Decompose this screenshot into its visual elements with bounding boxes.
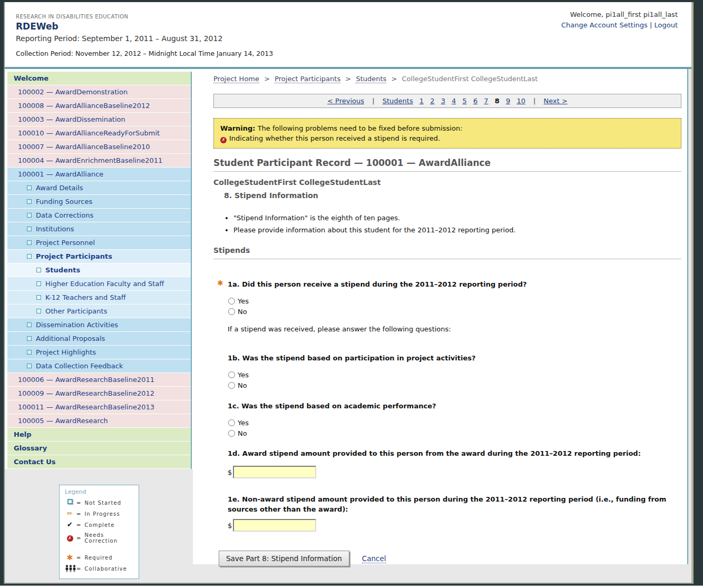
logout-link[interactable]: Logout xyxy=(654,21,678,29)
instructions-list: "Stipend Information" is the eighth of t… xyxy=(224,213,681,235)
sidebar-item-help[interactable]: Help xyxy=(7,428,191,442)
pagination-bar: < Previous | Students 1 2 3 4 5 6 7 8 9 … xyxy=(213,94,681,108)
legend-title: Legend xyxy=(65,488,136,495)
not-started-checkbox-icon xyxy=(27,185,32,190)
previous-page-link[interactable]: < Previous xyxy=(327,97,364,105)
students-pages-link[interactable]: Students xyxy=(383,97,413,105)
sidebar-item-project-personnel[interactable]: Project Personnel xyxy=(7,236,191,250)
question-1e: 1e. Non-award stipend amount provided to… xyxy=(228,494,681,514)
main-area: Project Home > Project Participants > St… xyxy=(193,69,691,584)
student-name: CollegeStudentFirst CollegeStudentLast xyxy=(213,178,681,187)
link-separator: | xyxy=(650,21,652,29)
sidebar-item-funding-sources[interactable]: Funding Sources xyxy=(7,195,191,209)
warning-item: Indicating whether this person received … xyxy=(229,134,440,142)
account-area: Welcome, pi1all_first pi1all_last Change… xyxy=(561,9,678,31)
not-started-checkbox-icon xyxy=(27,336,32,341)
sidebar-item-additional-proposals[interactable]: Additional Proposals xyxy=(7,332,191,346)
q1c-yes-radio[interactable] xyxy=(228,419,235,426)
cancel-link[interactable]: Cancel xyxy=(362,554,386,563)
sidebar-item-students[interactable]: Students xyxy=(7,263,191,277)
sidebar-item-project-participants[interactable]: Project Participants xyxy=(7,250,191,263)
sidebar-item-data-collection-feedback[interactable]: Data Collection Feedback xyxy=(7,359,191,373)
legend-item: = Collaborative xyxy=(65,565,136,572)
sidebar-item-100001[interactable]: 100001 — AwardAlliance xyxy=(7,168,191,181)
not-started-icon xyxy=(67,499,73,504)
page-link-9[interactable]: 9 xyxy=(506,97,510,105)
needs-correction-icon: ✗ xyxy=(67,535,73,542)
page-link-2[interactable]: 2 xyxy=(430,97,434,105)
main-panel: Project Home > Project Participants > St… xyxy=(193,69,688,564)
sidebar-item-100008[interactable]: 100008 — AwardAllianceBaseline2012 xyxy=(7,99,191,113)
page-link-4[interactable]: 4 xyxy=(452,97,456,105)
change-account-settings-link[interactable]: Change Account Settings xyxy=(561,21,648,29)
non-award-stipend-amount-field[interactable] xyxy=(233,519,316,532)
q1c-no-radio[interactable] xyxy=(228,430,235,437)
sidebar-item-project-highlights[interactable]: Project Highlights xyxy=(7,346,191,359)
page-header: RESEARCH IN DISABILITIES EDUCATION RDEWe… xyxy=(5,2,691,67)
sidebar-item-glossary[interactable]: Glossary xyxy=(7,442,191,455)
sidebar-item-contact-us[interactable]: Contact Us xyxy=(7,455,191,469)
warning-message: The following problems need to be fixed … xyxy=(256,124,463,132)
stipends-section-heading: Stipends xyxy=(213,246,681,259)
sidebar-item-100005[interactable]: 100005 — AwardResearch xyxy=(7,414,191,428)
question-1d-input-row: $ xyxy=(228,466,681,478)
not-started-checkbox-icon xyxy=(27,199,32,204)
sidebar-item-100006[interactable]: 100006 — AwardResearchBaseline2011 xyxy=(7,373,191,387)
sidebar-item-award-details[interactable]: Award Details xyxy=(7,181,191,195)
question-1d: 1d. Award stipend amount provided to thi… xyxy=(228,448,681,458)
not-started-checkbox-icon xyxy=(36,309,41,313)
page-link-1[interactable]: 1 xyxy=(419,97,424,105)
sidebar-item-dissemination-activities[interactable]: Dissemination Activities xyxy=(7,318,191,332)
instruction-item: Please provide information about this st… xyxy=(233,225,681,235)
page-link-10[interactable]: 10 xyxy=(516,97,525,105)
in-progress-icon: ✏ xyxy=(65,510,75,517)
q1b-no-radio[interactable] xyxy=(228,382,235,389)
sidebar-item-higher-ed-faculty-staff[interactable]: Higher Education Faculty and Staff xyxy=(7,277,191,291)
conditional-note: If a stipend was received, please answer… xyxy=(228,325,681,333)
sidebar-menu: Welcome 100002 — AwardDemonstration 1000… xyxy=(7,72,192,469)
question-1a-options: Yes No xyxy=(228,297,681,316)
warning-title: Warning: xyxy=(220,124,256,132)
page-link-7[interactable]: 7 xyxy=(484,97,488,105)
not-started-checkbox-icon xyxy=(27,227,32,231)
not-started-checkbox-icon xyxy=(36,281,41,286)
breadcrumb-current: CollegeStudentFirst CollegeStudentLast xyxy=(402,75,538,83)
form-actions: Save Part 8: Stipend Information Cancel xyxy=(219,551,681,566)
sidebar-item-100009[interactable]: 100009 — AwardResearchBaseline2012 xyxy=(7,387,191,400)
sidebar-item-100007[interactable]: 100007 — AwardAllianceBaseline2010 xyxy=(7,140,191,154)
breadcrumb-project-home[interactable]: Project Home xyxy=(213,75,259,83)
sidebar-item-100004[interactable]: 100004 — AwardEnrichmentBaseline2011 xyxy=(7,154,191,168)
warning-box: Warning: The following problems need to … xyxy=(213,118,681,149)
save-button[interactable]: Save Part 8: Stipend Information xyxy=(219,551,349,566)
legend-item: ✱ = Required xyxy=(65,554,136,561)
question-1b: 1b. Was the stipend based on participati… xyxy=(228,353,681,363)
required-icon: ✱ xyxy=(65,554,75,561)
sidebar-footer-area: Legend = Not Started ✏ = In Progress ✔ = xyxy=(5,469,193,584)
reporting-period: Reporting Period: September 1, 2011 – Au… xyxy=(16,34,691,43)
sidebar-item-welcome[interactable]: Welcome xyxy=(7,72,191,85)
sidebar-item-institutions[interactable]: Institutions xyxy=(7,222,191,236)
sidebar-item-100010[interactable]: 100010 — AwardAllianceReadyForSubmit xyxy=(7,126,191,140)
question-1c: 1c. Was the stipend based on academic pe… xyxy=(228,401,681,411)
award-stipend-amount-field[interactable] xyxy=(233,466,316,478)
sidebar-item-other-participants[interactable]: Other Participants xyxy=(7,305,191,318)
q1b-yes-radio[interactable] xyxy=(228,371,235,378)
sidebar-item-data-corrections[interactable]: Data Corrections xyxy=(7,209,191,222)
sidebar-item-100002[interactable]: 100002 — AwardDemonstration xyxy=(7,85,191,99)
page-link-5[interactable]: 5 xyxy=(463,97,467,105)
page-section-heading: 8. Stipend Information xyxy=(224,191,681,200)
next-page-link[interactable]: Next > xyxy=(544,97,568,105)
sidebar-item-100011[interactable]: 100011 — AwardResearchBaseline2013 xyxy=(7,400,191,414)
sidebar-item-100003[interactable]: 100003 — AwardDissemination xyxy=(7,113,191,126)
breadcrumb-students[interactable]: Students xyxy=(356,75,386,83)
window-bottom-edge xyxy=(0,585,703,588)
q1a-no-radio[interactable] xyxy=(228,308,235,315)
q1a-yes-radio[interactable] xyxy=(228,298,235,305)
page-link-6[interactable]: 6 xyxy=(473,97,477,105)
breadcrumb-project-participants[interactable]: Project Participants xyxy=(275,75,340,83)
not-started-checkbox-icon xyxy=(27,254,32,259)
sidebar-item-k12-teachers-staff[interactable]: K-12 Teachers and Staff xyxy=(7,291,191,305)
page-link-3[interactable]: 3 xyxy=(441,97,445,105)
app-window: RESEARCH IN DISABILITIES EDUCATION RDEWe… xyxy=(4,2,694,584)
not-started-checkbox-icon xyxy=(27,364,32,368)
